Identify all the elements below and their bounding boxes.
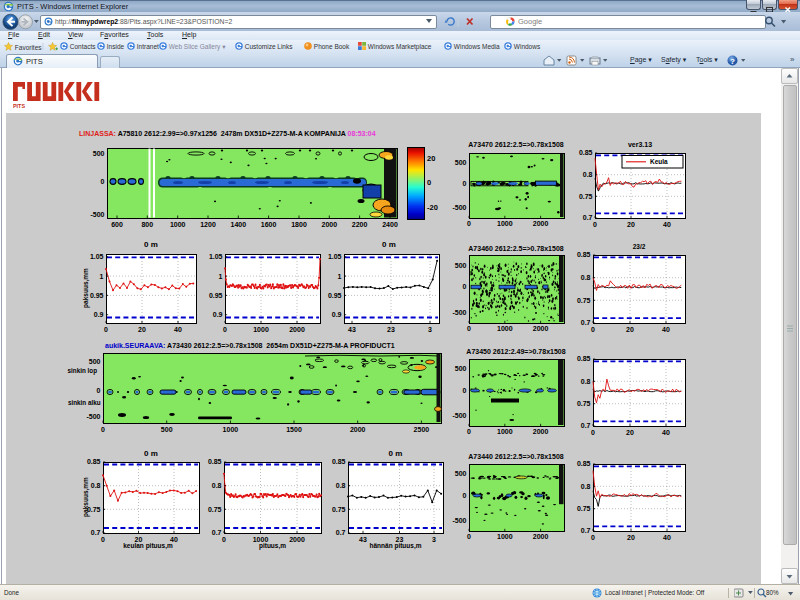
svg-text:-500: -500 [86,413,100,420]
svg-text:0.7: 0.7 [581,319,591,326]
svg-text:40: 40 [663,221,671,228]
svg-text:0: 0 [97,387,101,394]
svg-text:1800: 1800 [291,221,307,228]
svg-text:aukik.SEURAAVA: A73430 2612:2.: aukik.SEURAAVA: A73430 2612:2.5=>0.78x15… [105,342,395,349]
svg-text:0.9: 0.9 [213,311,223,318]
svg-text:0: 0 [467,428,471,435]
svg-text:0.7: 0.7 [336,529,346,536]
svg-text:0: 0 [101,536,105,543]
svg-text:500: 500 [93,150,105,157]
svg-text:0.8: 0.8 [212,482,222,489]
svg-text:1.05: 1.05 [209,253,223,260]
svg-text:0.95: 0.95 [328,292,342,299]
svg-text:1: 1 [100,273,104,280]
svg-text:20: 20 [427,154,435,163]
svg-text:2000: 2000 [350,426,366,433]
svg-text:sinkin lop: sinkin lop [68,367,98,375]
svg-text:0: 0 [101,426,105,433]
svg-text:-500: -500 [452,309,466,316]
svg-text:0: 0 [463,283,467,290]
svg-text:1000: 1000 [223,426,239,433]
svg-text:1000: 1000 [170,221,186,228]
svg-text:0.8: 0.8 [336,482,346,489]
svg-text:sinkin alku: sinkin alku [68,399,101,406]
svg-text:0.75: 0.75 [577,297,591,304]
svg-text:0: 0 [463,492,467,499]
svg-text:-500: -500 [452,204,466,211]
svg-text:1000: 1000 [497,325,513,332]
svg-text:0 m: 0 m [389,449,403,458]
svg-text:0: 0 [467,220,471,227]
svg-text:0.8: 0.8 [581,378,591,385]
svg-text:2000: 2000 [533,533,549,540]
svg-text:-500: -500 [452,517,466,524]
svg-text:0.8: 0.8 [583,171,593,178]
svg-text:1: 1 [338,273,342,280]
svg-text:0: 0 [427,178,431,187]
svg-text:20: 20 [138,326,146,333]
svg-text:1: 1 [219,273,223,280]
svg-text:0.95: 0.95 [90,292,104,299]
svg-text:-20: -20 [427,203,438,212]
svg-text:0.85: 0.85 [577,460,591,467]
svg-text:paksuus,mm: paksuus,mm [82,477,90,517]
svg-text:23/2: 23/2 [633,243,646,250]
svg-text:40: 40 [174,326,182,333]
svg-text:0: 0 [104,326,108,333]
svg-text:0.85: 0.85 [87,458,101,465]
svg-text:3: 3 [432,536,436,543]
svg-text:2000: 2000 [533,325,549,332]
svg-text:0.7: 0.7 [581,527,591,534]
svg-text:800: 800 [141,221,153,228]
svg-text:0.8: 0.8 [581,483,591,490]
svg-text:20: 20 [627,221,635,228]
svg-text:0.7: 0.7 [581,422,591,429]
svg-text:0: 0 [222,536,226,543]
svg-text:0.75: 0.75 [332,506,346,513]
svg-text:600: 600 [111,221,123,228]
svg-text:1600: 1600 [261,221,277,228]
svg-text:0.85: 0.85 [208,458,222,465]
svg-text:1200: 1200 [200,221,216,228]
svg-text:1.05: 1.05 [328,253,342,260]
svg-text:20: 20 [627,534,635,541]
svg-text:2000: 2000 [322,221,338,228]
svg-text:0.8: 0.8 [91,482,101,489]
svg-text:0: 0 [101,178,105,185]
svg-text:1000: 1000 [253,326,269,333]
svg-text:23: 23 [387,326,395,333]
svg-text:A73450 2612:2.49=>0.78x1508: A73450 2612:2.49=>0.78x1508 [466,348,565,355]
svg-text:500: 500 [455,159,467,166]
svg-text:500: 500 [161,426,173,433]
svg-text:500: 500 [455,470,467,477]
svg-text:0: 0 [591,534,595,541]
svg-text:2000: 2000 [289,536,305,543]
svg-text:20: 20 [626,429,634,436]
svg-text:2000: 2000 [289,326,305,333]
svg-text:0.75: 0.75 [579,193,593,200]
svg-text:2000: 2000 [533,220,549,227]
svg-text:2500: 2500 [414,426,430,433]
svg-text:43: 43 [359,536,367,543]
svg-text:-500: -500 [452,412,466,419]
svg-text:0.75: 0.75 [577,400,591,407]
svg-text:0.85: 0.85 [577,251,591,258]
svg-text:0: 0 [467,325,471,332]
svg-text:20: 20 [626,326,634,333]
svg-text:0 m: 0 m [144,449,158,458]
svg-text:0.8: 0.8 [581,274,591,281]
svg-text:?: ? [730,57,735,66]
svg-text:0: 0 [591,429,595,436]
svg-text:0: 0 [593,221,597,228]
svg-text:-500: -500 [90,211,104,218]
svg-text:0.95: 0.95 [209,292,223,299]
svg-text:2000: 2000 [533,428,549,435]
svg-text:paksuus,mm: paksuus,mm [82,268,90,308]
svg-text:40: 40 [662,326,670,333]
svg-text:1500: 1500 [286,426,302,433]
svg-text:0 m: 0 m [144,240,158,249]
svg-text:0.7: 0.7 [583,214,593,221]
svg-text:0.7: 0.7 [91,529,101,536]
svg-text:pituus,m: pituus,m [259,542,286,550]
svg-text:1400: 1400 [231,221,247,228]
